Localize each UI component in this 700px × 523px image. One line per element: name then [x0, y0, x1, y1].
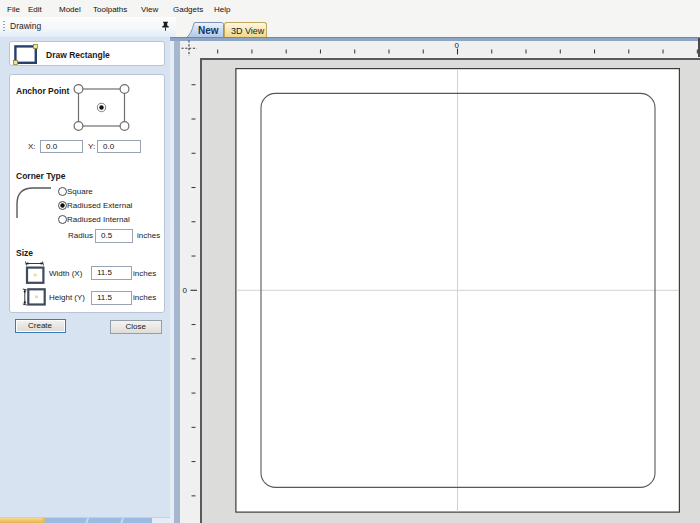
svg-text:0: 0 — [183, 286, 188, 295]
